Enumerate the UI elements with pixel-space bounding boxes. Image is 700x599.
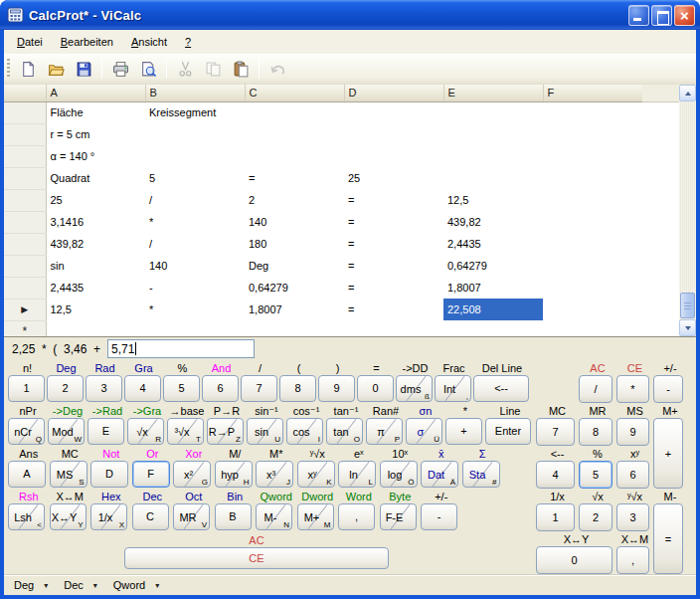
key-5[interactable]: 5 — [579, 461, 612, 489]
cell-D9[interactable]: = — [344, 277, 443, 299]
key-mr[interactable]: MRV — [173, 503, 210, 530]
cell-A8[interactable]: sin — [46, 255, 145, 277]
cell-C3[interactable] — [245, 145, 344, 167]
key-hyp[interactable]: hypH — [215, 461, 253, 488]
title-bar[interactable]: CalcProt* - ViCalc — [0, 0, 700, 30]
key-8[interactable]: 8 — [579, 418, 612, 446]
row-marker[interactable] — [4, 123, 46, 145]
column-header-d[interactable]: D — [344, 85, 443, 101]
cell-B3[interactable] — [145, 145, 245, 167]
key-sqrt-x[interactable]: √xR — [127, 418, 164, 445]
key-7[interactable]: 7 — [536, 418, 575, 446]
paste-button[interactable] — [228, 57, 254, 82]
column-header-c[interactable]: C — [245, 85, 344, 101]
cell-D6[interactable]: = — [344, 211, 443, 233]
cell-F7[interactable] — [543, 233, 642, 255]
cell-B5[interactable]: / — [145, 189, 245, 211]
cell-A1[interactable]: Fläche — [46, 101, 145, 123]
close-button[interactable] — [674, 5, 695, 26]
cell-D8[interactable]: = — [344, 255, 443, 277]
cell-C9[interactable]: 0,64279 — [245, 277, 344, 299]
cell-E1[interactable] — [443, 101, 543, 123]
cell-B6[interactable]: * — [145, 211, 245, 233]
key-plus[interactable]: + — [653, 418, 683, 489]
row-marker[interactable] — [4, 211, 46, 233]
cell-F3[interactable] — [543, 145, 642, 167]
cell-D2[interactable] — [344, 123, 443, 145]
key-tan[interactable]: tanO — [326, 418, 363, 445]
cell-B9[interactable]: - — [145, 277, 245, 299]
cell-C1[interactable] — [245, 101, 344, 123]
key-f-e[interactable]: F-E — [380, 503, 417, 530]
cell-F11[interactable] — [543, 320, 642, 336]
key-9[interactable]: 9 — [318, 375, 355, 402]
print-button[interactable] — [107, 57, 133, 82]
key-plus[interactable]: + — [445, 418, 482, 445]
expression-input[interactable]: 5,71 — [107, 339, 255, 358]
key-sin[interactable]: sinU — [247, 418, 283, 445]
key-sigma[interactable]: σÜ — [406, 418, 442, 445]
cell-D3[interactable] — [344, 145, 443, 167]
key-equals[interactable]: = — [653, 503, 683, 574]
key-dat[interactable]: DatÄ — [421, 461, 458, 488]
scrollbar-thumb[interactable] — [680, 293, 695, 318]
key-f[interactable]: F — [132, 461, 170, 488]
row-marker[interactable]: ▶ — [4, 299, 46, 320]
cell-D10[interactable]: = — [344, 299, 443, 320]
cell-E10[interactable]: 22,508 — [443, 299, 543, 320]
cell-C7[interactable]: 180 — [245, 233, 344, 255]
row-marker[interactable] — [4, 233, 46, 255]
row-marker[interactable] — [4, 277, 46, 299]
key-a[interactable]: A — [8, 461, 46, 488]
open-folder-button[interactable] — [43, 57, 69, 82]
key-cube-root-x[interactable]: ³√xT — [167, 418, 204, 445]
key-x-cubed[interactable]: x³J — [256, 461, 293, 488]
cell-F10[interactable] — [543, 299, 642, 320]
cell-C6[interactable]: 140 — [245, 211, 344, 233]
menu-item-datei[interactable]: Datei — [8, 32, 52, 52]
key-6[interactable]: 6 — [202, 375, 239, 402]
cell-D7[interactable]: = — [344, 233, 443, 255]
cell-D1[interactable] — [344, 101, 443, 123]
menu-item-bearbeiten[interactable]: Bearbeiten — [52, 32, 122, 52]
key-backspace[interactable]: <-- — [473, 375, 529, 402]
key-0[interactable]: 0 — [536, 546, 612, 574]
cell-E2[interactable] — [443, 123, 543, 145]
cell-C2[interactable] — [245, 123, 344, 145]
key-6[interactable]: 6 — [616, 461, 649, 489]
key-enter[interactable]: Enter — [485, 418, 531, 445]
cell-A10[interactable]: 12,5 — [46, 299, 145, 320]
cell-A7[interactable]: 439,82 — [46, 233, 145, 255]
cell-A2[interactable]: r = 5 cm — [46, 123, 145, 145]
save-button[interactable] — [71, 57, 96, 82]
cell-D11[interactable] — [344, 320, 443, 336]
cell-F1[interactable] — [543, 101, 642, 123]
row-marker[interactable] — [4, 255, 46, 277]
key-b[interactable]: B — [215, 503, 252, 530]
key-5[interactable]: 5 — [163, 375, 200, 402]
cell-E6[interactable]: 439,82 — [443, 211, 543, 233]
maximize-button[interactable] — [651, 5, 672, 26]
cell-B2[interactable] — [145, 123, 245, 145]
cell-B7[interactable]: / — [145, 233, 245, 255]
key-r-to-p[interactable]: R→PZ — [207, 418, 244, 445]
number-base-dropdown[interactable]: Dec▾ — [64, 579, 97, 591]
column-header-f[interactable]: F — [543, 85, 642, 101]
key-3[interactable]: 3 — [616, 503, 649, 531]
cell-F6[interactable] — [543, 211, 642, 233]
key-ncr[interactable]: nCrQ — [8, 418, 45, 445]
cell-E8[interactable]: 0,64279 — [443, 255, 543, 277]
key-pi[interactable]: πP — [366, 418, 403, 445]
key-minus[interactable]: - — [653, 375, 683, 403]
key-log[interactable]: logÖ — [380, 461, 418, 488]
cell-B11[interactable] — [145, 320, 245, 336]
key-m-minus[interactable]: M-N — [256, 503, 292, 530]
row-marker[interactable] — [4, 145, 46, 167]
key-minus[interactable]: - — [421, 503, 457, 530]
key-x-pow-y[interactable]: xʸK — [297, 461, 335, 488]
key-comma[interactable]: , — [616, 546, 649, 574]
print-preview-button[interactable] — [135, 57, 161, 82]
menu-item-ansicht[interactable]: Ansicht — [122, 32, 176, 52]
grid-scrollbar[interactable] — [679, 85, 696, 336]
cell-A11[interactable] — [46, 320, 145, 336]
